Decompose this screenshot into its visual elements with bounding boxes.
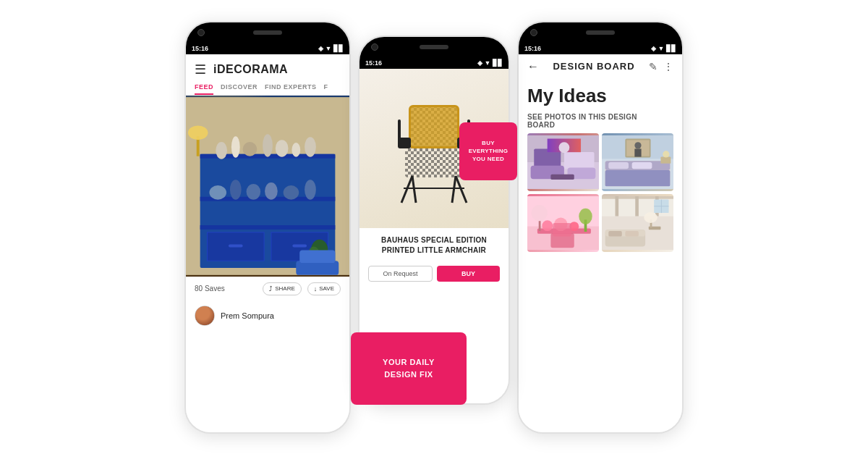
phone-2-container: 15:16 ◈ ▼ ▊▊: [358, 50, 510, 405]
design-board-header: ← DESIGN BOARD ✎ ⋮: [519, 54, 682, 79]
tab-f[interactable]: F: [324, 80, 328, 95]
svg-point-13: [230, 180, 242, 200]
pink-box-daily: YOUR DAILYDESIGN FIX: [351, 332, 467, 405]
tab-find-experts[interactable]: FIND EXPERTS: [265, 80, 317, 95]
speaker-3: [586, 30, 615, 35]
svg-rect-58: [608, 162, 629, 169]
phone-1-screen: ☰ iDECORAMA FEED DISCOVER FIND EXPERTS F: [186, 54, 349, 432]
phone-1: 15:16 ◈ ▼ ▊▊ ☰ iDECORAMA FEED DISCOVER F…: [184, 21, 351, 434]
save-label: SAVE: [319, 285, 334, 292]
svg-rect-42: [398, 119, 401, 145]
camera-icon-2: [371, 43, 378, 51]
status-time: 15:16: [192, 45, 208, 52]
svg-rect-90: [625, 231, 639, 236]
see-photos-label: SEE PHOTOS IN THIS DESIGNBOARD: [519, 110, 682, 133]
product-info: BAUHAUS SPECIAL EDITION PRINTED LITTLE A…: [359, 228, 509, 260]
nav-tabs: FEED DISCOVER FIND EXPERTS F: [186, 80, 349, 96]
buy-button[interactable]: BUY: [437, 266, 500, 282]
phone-1-status-bar: 15:16 ◈ ▼ ▊▊: [186, 43, 349, 54]
svg-point-66: [663, 151, 669, 157]
svg-rect-31: [405, 145, 463, 177]
svg-point-93: [644, 212, 658, 223]
status-icons-3: ◈ ▼ ▊▊: [651, 45, 676, 52]
header-icons: ✎ ⋮: [649, 61, 673, 72]
svg-rect-59: [632, 162, 652, 169]
on-request-button[interactable]: On Request: [368, 266, 433, 282]
phone-2-top-bar: [359, 37, 509, 57]
svg-point-23: [188, 125, 208, 140]
more-icon[interactable]: ⋮: [663, 61, 673, 72]
share-button[interactable]: SHARE: [263, 282, 302, 295]
phone-1-container: 15:16 ◈ ▼ ▊▊ ☰ iDECORAMA FEED DISCOVER F…: [184, 21, 351, 434]
feed-image: [186, 96, 349, 277]
share-label: SHARE: [275, 285, 295, 292]
camera-icon-3: [530, 29, 537, 36]
pink-box-daily-text: YOUR DAILYDESIGN FIX: [383, 356, 435, 380]
phone-3-container: 15:16 ◈ ▼ ▊▊ ← DESIGN BOARD ✎ ⋮ My Ideas…: [517, 21, 684, 434]
status-icons: ◈ ▼ ▊▊: [318, 45, 344, 52]
feed-bottom: 80 Saves SHARE SAVE: [186, 277, 349, 301]
user-row: Prem Sompura: [186, 301, 349, 330]
svg-point-5: [216, 142, 227, 159]
photo-cell-3: [527, 194, 599, 252]
phone-3-screen: ← DESIGN BOARD ✎ ⋮ My Ideas SEE PHOTOS I…: [519, 54, 682, 432]
save-icon: [314, 285, 318, 293]
svg-rect-34: [411, 107, 457, 146]
pink-box-buy: BUYEVERYTHINGYOU NEED: [459, 122, 517, 180]
svg-rect-83: [616, 196, 619, 216]
edit-icon[interactable]: ✎: [649, 61, 658, 72]
page-wrapper: 15:16 ◈ ▼ ▊▊ ☰ iDECORAMA FEED DISCOVER F…: [0, 0, 868, 454]
photo-cell-1: [527, 133, 599, 191]
photo-grid: [519, 133, 682, 252]
svg-rect-52: [550, 174, 574, 179]
camera-icon: [197, 29, 205, 36]
back-button[interactable]: ←: [527, 60, 539, 73]
svg-line-35: [401, 176, 412, 203]
svg-rect-77: [539, 221, 541, 231]
svg-rect-47: [564, 152, 595, 169]
svg-rect-21: [292, 244, 307, 247]
svg-point-53: [558, 142, 569, 153]
speaker-2: [420, 45, 448, 49]
svg-point-16: [284, 185, 299, 200]
avatar-face: [195, 306, 214, 325]
feed-illustration: [186, 96, 349, 277]
app-title: iDECORAMA: [213, 63, 288, 76]
tab-discover[interactable]: DISCOVER: [221, 80, 258, 95]
app-header: ☰ iDECORAMA: [186, 54, 349, 80]
svg-rect-28: [299, 250, 335, 263]
svg-point-7: [243, 142, 258, 156]
save-button[interactable]: SAVE: [307, 282, 341, 295]
phone-3: 15:16 ◈ ▼ ▊▊ ← DESIGN BOARD ✎ ⋮ My Ideas…: [517, 21, 684, 434]
svg-point-76: [532, 205, 548, 221]
svg-point-71: [542, 220, 553, 231]
product-buttons: On Request BUY: [359, 260, 509, 287]
photo-cell-2: [602, 133, 673, 191]
svg-point-11: [305, 137, 316, 157]
share-icon: [269, 285, 273, 293]
svg-rect-20: [229, 244, 243, 247]
phone-1-top-bar: [186, 22, 349, 43]
svg-rect-4: [200, 225, 336, 230]
status-time-2: 15:16: [365, 59, 382, 67]
svg-point-14: [247, 184, 261, 200]
svg-rect-64: [634, 148, 641, 156]
hamburger-icon[interactable]: ☰: [195, 62, 206, 77]
saves-count: 80 Saves: [195, 285, 257, 293]
pink-box-buy-text: BUYEVERYTHINGYOU NEED: [469, 139, 509, 164]
tab-feed[interactable]: FEED: [195, 80, 213, 95]
svg-point-8: [263, 134, 273, 156]
svg-point-63: [634, 142, 641, 148]
svg-line-37: [412, 176, 416, 203]
status-time-3: 15:16: [524, 45, 541, 52]
phone-2-status-bar: 15:16 ◈ ▼ ▊▊: [359, 57, 509, 69]
user-name: Prem Sompura: [221, 311, 274, 320]
feed-image-inner: [186, 96, 349, 277]
design-board-title: DESIGN BOARD: [545, 61, 643, 72]
avatar: [195, 306, 215, 326]
svg-point-17: [305, 180, 316, 200]
svg-point-75: [579, 208, 592, 224]
svg-point-12: [209, 185, 226, 200]
my-ideas-title: My Ideas: [519, 79, 682, 110]
phone-3-top-bar: [519, 22, 682, 43]
